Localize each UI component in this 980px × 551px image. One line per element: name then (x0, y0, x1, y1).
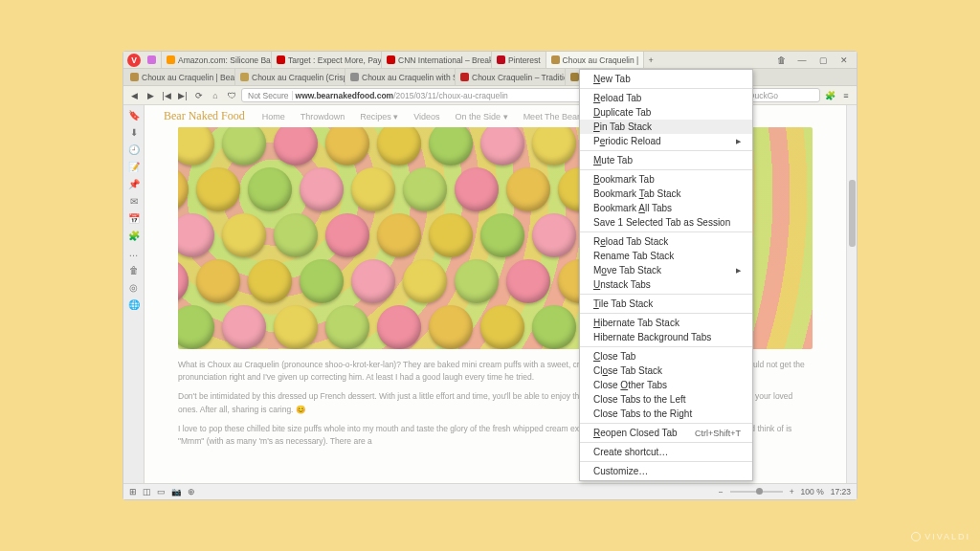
trash-icon[interactable]: 🗑 (770, 52, 791, 68)
status-icon[interactable]: ◫ (143, 487, 151, 496)
tab-label: Choux au Craquelin with Sa (362, 73, 456, 82)
extensions-icon[interactable]: 🧩 (823, 89, 836, 102)
new-tab-button[interactable]: + (644, 54, 657, 67)
panel-icon[interactable]: … (128, 247, 140, 258)
menu-separator (580, 442, 752, 443)
browser-tab[interactable]: Pinterest (492, 52, 546, 68)
close-window-button[interactable]: ✕ (834, 52, 855, 68)
hero-puff (351, 259, 395, 303)
hero-puff (196, 167, 240, 211)
panel-icon[interactable]: 🕘 (128, 143, 140, 155)
site-nav-link[interactable]: Throwdown (301, 112, 345, 121)
rewind-button[interactable]: |◀ (160, 89, 173, 102)
context-menu-item[interactable]: Customize… (580, 464, 752, 478)
context-menu-item[interactable]: Hibernate Background Tabs (580, 330, 752, 344)
menu-label: Bookmark Tab (593, 174, 655, 185)
context-menu-item[interactable]: Reopen Closed TabCtrl+Shift+T (580, 426, 752, 440)
zoom-decrease[interactable]: − (719, 487, 724, 496)
context-menu-item[interactable]: Close Tabs to the Right (580, 407, 752, 421)
home-button[interactable]: ⌂ (209, 89, 222, 102)
context-menu-item[interactable]: Duplicate Tab (580, 105, 752, 120)
hero-puff (480, 305, 524, 349)
favicon (551, 55, 560, 64)
panel-icon[interactable]: ⬇ (128, 126, 140, 138)
context-menu-item[interactable]: Save 1 Selected Tab as Session (580, 215, 752, 230)
forward-button[interactable]: ▶ (144, 89, 157, 102)
stacked-tab[interactable]: Choux Craquelin – Traditio (456, 69, 566, 85)
panel-icon[interactable]: 📅 (128, 212, 140, 224)
panel-icon[interactable]: 📝 (128, 161, 140, 172)
panel-icon[interactable]: 📌 (128, 178, 140, 189)
context-menu-item[interactable]: Bookmark Tab Stack (580, 187, 752, 201)
menu-separator (580, 346, 752, 347)
panel-icon[interactable]: 🌐 (128, 298, 140, 310)
context-menu-item[interactable]: New Tab (580, 72, 752, 86)
status-icon[interactable]: 📷 (171, 487, 182, 496)
panel-icon[interactable]: 🗑 (128, 264, 140, 276)
context-menu-item[interactable]: Create shortcut… (580, 445, 752, 459)
site-nav-link[interactable]: Videos (413, 112, 439, 121)
favicon (130, 73, 139, 81)
panel-icon[interactable]: 🧩 (128, 230, 140, 241)
context-menu-item[interactable]: Tile Tab Stack (580, 297, 752, 311)
status-icon[interactable]: ⊞ (129, 487, 137, 496)
status-icon[interactable]: ▭ (157, 487, 166, 496)
scrollbar-vertical[interactable] (846, 105, 857, 483)
context-menu-item[interactable]: Periodic Reload▶ (580, 134, 752, 148)
status-icon[interactable]: ⊕ (188, 487, 195, 496)
context-menu-item[interactable]: Move Tab Stack▶ (580, 263, 752, 277)
menu-label: Reopen Closed Tab (593, 428, 678, 438)
menu-shortcut: Ctrl+Shift+T (695, 429, 741, 438)
context-menu-item[interactable]: Close Tab (580, 349, 752, 364)
hero-puff (429, 127, 473, 165)
browser-tab[interactable]: Choux au Craquelin | (546, 52, 645, 68)
panel-icon[interactable]: ✉ (128, 195, 140, 207)
site-nav-link[interactable]: Meet The Bear (523, 112, 580, 121)
vivaldi-logo-icon[interactable]: V (127, 54, 141, 67)
shield-icon[interactable]: 🛡 (225, 89, 238, 102)
browser-tab[interactable] (143, 52, 162, 68)
scrollbar-thumb[interactable] (849, 180, 856, 247)
context-menu-item[interactable]: Reload Tab Stack (580, 234, 752, 249)
context-menu-item[interactable]: Rename Tab Stack (580, 249, 752, 263)
hero-puff (403, 259, 447, 303)
favicon (240, 73, 249, 81)
favicon (460, 73, 469, 81)
context-menu-item[interactable]: Close Other Tabs (580, 378, 752, 392)
stacked-tab[interactable]: Choux au Craquelin | Bear (125, 69, 235, 85)
browser-tab[interactable]: CNN International – Breaki (382, 52, 492, 68)
context-menu-item[interactable]: Close Tabs to the Left (580, 392, 752, 407)
context-menu-item[interactable]: Reload Tab (580, 91, 752, 105)
menu-label: Tile Tab Stack (593, 298, 653, 309)
stacked-tab[interactable]: Choux au Craquelin with Sa (345, 69, 456, 85)
panel-icon[interactable]: 🔖 (128, 109, 140, 121)
site-nav-link[interactable]: On the Side ▾ (456, 112, 508, 121)
zoom-slider[interactable] (730, 491, 783, 493)
zoom-increase[interactable]: + (790, 487, 794, 496)
tab-label: Choux au Craquelin | (563, 55, 639, 65)
browser-tab[interactable]: Amazon.com: Silicone Baki (162, 52, 272, 68)
fast-forward-button[interactable]: ▶| (176, 89, 189, 102)
panel-icon[interactable]: ◎ (128, 281, 140, 293)
context-menu-item[interactable]: Pin Tab Stack (580, 120, 752, 134)
menu-separator (580, 423, 752, 424)
stacked-tab[interactable]: Choux au Craquelin (Crisp (235, 69, 345, 85)
context-menu-item[interactable]: Bookmark Tab (580, 172, 752, 187)
hero-puff (222, 305, 266, 349)
minimize-button[interactable]: — (791, 52, 813, 68)
context-menu-item[interactable]: Bookmark All Tabs (580, 201, 752, 215)
reload-button[interactable]: ⟳ (192, 89, 206, 102)
context-menu-item[interactable]: Mute Tab (580, 153, 752, 167)
menu-separator (580, 150, 752, 151)
site-nav-link[interactable]: Home (262, 112, 285, 121)
menu-label: Bookmark All Tabs (593, 203, 672, 213)
context-menu-item[interactable]: Close Tab Stack (580, 364, 752, 378)
maximize-button[interactable]: ▢ (813, 52, 834, 68)
menu-icon[interactable]: ≡ (839, 89, 853, 102)
context-menu-item[interactable]: Hibernate Tab Stack (580, 316, 752, 330)
url-domain: www.bearnakedfood.com (296, 91, 394, 100)
browser-tab[interactable]: Target : Expect More, Pay L (272, 52, 382, 68)
context-menu-item[interactable]: Unstack Tabs (580, 277, 752, 292)
back-button[interactable]: ◀ (127, 89, 141, 102)
site-nav-link[interactable]: Recipes ▾ (360, 112, 398, 121)
